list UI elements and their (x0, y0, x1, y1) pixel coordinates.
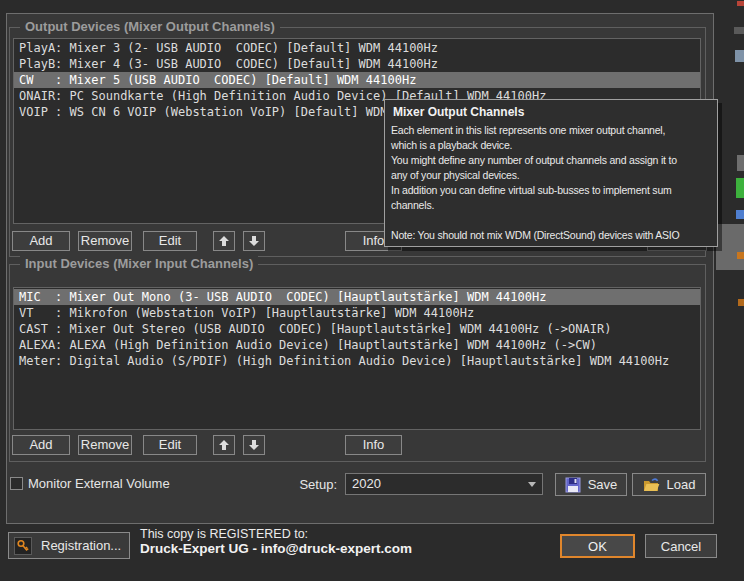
load-button[interactable]: Load (632, 473, 706, 496)
output-device-row[interactable]: PlayB: Mixer 4 (3- USB AUDIO CODEC) [Def… (14, 56, 700, 72)
input-add-button[interactable]: Add (12, 435, 70, 455)
save-button[interactable]: Save (555, 473, 627, 496)
monitor-external-volume-label: Monitor External Volume (28, 476, 170, 491)
arrow-up-icon (218, 439, 230, 451)
background-artifact (734, 27, 744, 34)
input-device-row-selected[interactable]: MIC : Mixer Out Mono (3- USB AUDIO CODEC… (14, 289, 700, 305)
input-edit-button[interactable]: Edit (143, 435, 197, 455)
output-devices-title: Output Devices (Mixer Output Channels) (20, 19, 280, 34)
arrow-down-icon (248, 235, 260, 247)
output-edit-button[interactable]: Edit (143, 231, 197, 251)
input-devices-title: Input Devices (Mixer Input Channels) (20, 256, 258, 271)
background-artifact (736, 210, 744, 219)
input-device-row[interactable]: CAST : Mixer Out Stereo (USB AUDIO CODEC… (14, 321, 700, 337)
load-button-label: Load (667, 476, 696, 494)
background-artifact (737, 252, 744, 259)
vu-meter-fragment (736, 178, 744, 198)
input-info-button[interactable]: Info (345, 435, 402, 455)
background-artifact (738, 299, 744, 306)
tooltip-body: Each element in this list represents one… (385, 122, 717, 247)
save-button-label: Save (588, 476, 618, 494)
output-move-up-button[interactable] (213, 231, 235, 251)
arrow-down-icon (248, 439, 260, 451)
setup-dropdown[interactable]: 2020 (345, 473, 543, 495)
input-remove-button[interactable]: Remove (78, 435, 132, 455)
ok-button[interactable]: OK (560, 534, 635, 558)
background-artifact (716, 224, 744, 270)
setup-label: Setup: (280, 477, 337, 492)
output-device-row-selected[interactable]: CW : Mixer 5 (USB AUDIO CODEC) [Default]… (14, 72, 700, 88)
registration-button[interactable]: Registration... (8, 532, 130, 559)
input-move-up-button[interactable] (213, 435, 235, 455)
input-device-row[interactable]: Meter: Digital Audio (S/PDIF) (High Defi… (14, 353, 700, 369)
tooltip-title: Mixer Output Channels (385, 100, 717, 122)
chevron-down-icon (528, 482, 536, 487)
cancel-button[interactable]: Cancel (645, 534, 717, 558)
output-move-down-button[interactable] (243, 231, 265, 251)
input-move-down-button[interactable] (243, 435, 265, 455)
background-artifact (737, 1, 744, 6)
setup-dropdown-value: 2020 (352, 476, 381, 491)
output-device-row[interactable]: PlayA: Mixer 3 (2- USB AUDIO CODEC) [Def… (14, 40, 700, 56)
background-artifact (737, 155, 744, 171)
background-artifact (735, 50, 744, 62)
input-devices-list[interactable]: MIC : Mixer Out Mono (3- USB AUDIO CODEC… (13, 287, 701, 430)
key-icon (14, 537, 32, 555)
output-add-button[interactable]: Add (12, 231, 70, 251)
monitor-external-volume-checkbox[interactable] (10, 477, 23, 490)
input-device-row[interactable]: VT : Mikrofon (Webstation VoIP) [Hauptla… (14, 305, 700, 321)
mixer-output-channels-tooltip: Mixer Output Channels Each element in th… (384, 99, 718, 247)
registration-button-label: Registration... (41, 538, 121, 553)
open-folder-icon (643, 477, 660, 492)
arrow-up-icon (218, 235, 230, 247)
output-remove-button[interactable]: Remove (78, 231, 132, 251)
floppy-disk-icon (565, 477, 581, 493)
registered-owner-line: Druck-Expert UG - info@druck-expert.com (140, 541, 412, 556)
input-device-row[interactable]: ALEXA: ALEXA (High Definition Audio Devi… (14, 337, 700, 353)
registered-to-line: This copy is REGISTERED to: (140, 527, 308, 541)
